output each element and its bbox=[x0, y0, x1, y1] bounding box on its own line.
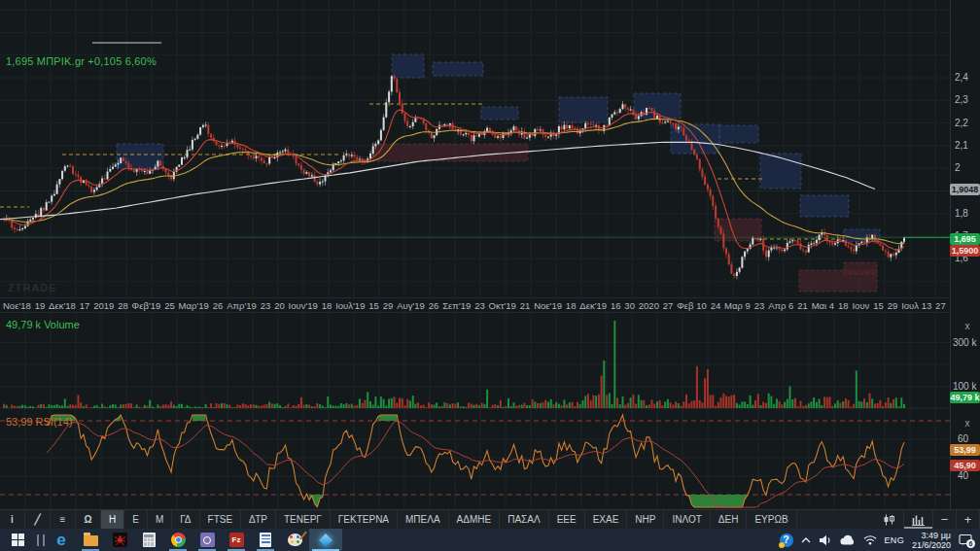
document-app-taskbar-button[interactable] bbox=[251, 529, 280, 551]
histogram-view-icon[interactable] bbox=[904, 510, 933, 529]
tab-ΙΝΛΟΤ[interactable]: ΙΝΛΟΤ bbox=[664, 510, 710, 529]
tab-ΕΧΑΕ[interactable]: ΕΧΑΕ bbox=[585, 510, 628, 529]
tab-ΕΕΕ[interactable]: ΕΕΕ bbox=[549, 510, 585, 529]
trading-app-taskbar-button[interactable] bbox=[309, 529, 342, 551]
x-axis-label: 23 bbox=[474, 300, 485, 311]
tab-ΝΗΡ[interactable]: ΝΗΡ bbox=[627, 510, 664, 529]
tab-ΔΤΡ[interactable]: ΔΤΡ bbox=[241, 510, 276, 529]
x-axis-label: Σεπ'19 bbox=[442, 300, 471, 311]
help-tray-icon[interactable]: ? bbox=[780, 534, 793, 547]
paint-taskbar-button[interactable] bbox=[280, 529, 309, 551]
volume-pane[interactable] bbox=[0, 313, 980, 413]
x-axis-label: Δεκ'18 bbox=[49, 300, 76, 311]
x-axis-label: Ιουλ 13 bbox=[901, 300, 931, 311]
x-axis-label: 26 bbox=[213, 300, 224, 311]
tab-ΓΕΚΤΕΡΝΑ[interactable]: ΓΕΚΤΕΡΝΑ bbox=[331, 510, 398, 529]
tab-ΕΥΡΩΒ[interactable]: ΕΥΡΩΒ bbox=[747, 510, 796, 529]
rsi-pane[interactable] bbox=[0, 413, 980, 509]
x-axis-label: 29 bbox=[888, 300, 898, 311]
filezilla-icon: Fz bbox=[229, 533, 244, 547]
x-axis-label: Φεβ 10 bbox=[677, 300, 707, 311]
x-axis-label: 27 bbox=[935, 300, 946, 311]
omega-icon[interactable]: Ω bbox=[76, 510, 101, 529]
trendline-icon[interactable]: ╱ bbox=[25, 510, 51, 529]
action-center-icon[interactable]: 6 bbox=[959, 534, 972, 546]
x-axis-label: 28 bbox=[118, 300, 128, 311]
tab-Η[interactable]: Η bbox=[101, 510, 124, 529]
chrome-taskbar-button[interactable] bbox=[163, 529, 192, 551]
x-axis-label: 20 bbox=[274, 300, 285, 311]
x-axis-label: 19 bbox=[35, 300, 46, 311]
x-axis-label: 15 bbox=[873, 300, 884, 311]
tab-ΜΠΕΛΑ[interactable]: ΜΠΕΛΑ bbox=[398, 510, 449, 529]
edge-taskbar-button[interactable]: e bbox=[47, 529, 76, 551]
calculator-icon bbox=[143, 533, 156, 547]
help-glyph: ? bbox=[780, 534, 793, 547]
x-axis-label: 26 bbox=[429, 300, 439, 311]
x-axis-label: 2019 bbox=[93, 300, 114, 311]
x-axis-label: 27 bbox=[663, 300, 674, 311]
trading-app-icon bbox=[319, 533, 332, 546]
info-icon[interactable]: i bbox=[0, 510, 25, 529]
x-axis-label: Μαι 4 bbox=[812, 300, 834, 311]
watchlist-glyph: ≡ bbox=[60, 514, 66, 525]
tab-ΠΑΣΑΛ[interactable]: ΠΑΣΑΛ bbox=[500, 510, 548, 529]
wifi-icon[interactable] bbox=[863, 534, 877, 545]
language-indicator[interactable]: ENG bbox=[885, 535, 904, 545]
x-axis-label: Ιουν bbox=[852, 300, 869, 311]
x-axis-label: 15 bbox=[368, 300, 379, 311]
notification-count-badge: 6 bbox=[966, 539, 975, 548]
system-tray: ? ENG 3:49 μμ21/6/2020 6 bbox=[780, 531, 980, 550]
tab-ΔΕΗ[interactable]: ΔΕΗ bbox=[711, 510, 748, 529]
trendline-glyph: ╱ bbox=[34, 514, 40, 525]
x-axis-label: Νοε'18 bbox=[3, 300, 31, 311]
rsi-close-button[interactable]: x bbox=[961, 418, 974, 430]
filezilla-taskbar-button[interactable]: Fz bbox=[222, 529, 251, 551]
x-axis-label: Νοε'19 bbox=[534, 300, 562, 311]
tab-Ε[interactable]: Ε bbox=[124, 510, 148, 529]
taskbar-divider-icon bbox=[37, 534, 45, 546]
x-axis-label: Μαρ 9 bbox=[724, 300, 751, 311]
price-axis-line bbox=[950, 0, 951, 509]
candlestick-view-icon[interactable] bbox=[875, 510, 904, 529]
taskbar: e Fz ? ENG 3:49 μμ21/6/2020 6 bbox=[0, 529, 980, 551]
x-axis-label: Μαρ'19 bbox=[179, 300, 209, 311]
bottom-toolbar: i ╱ ≡ Ω ΗΕΜΓΔFTSEΔΤΡΤΕΝΕΡΓΓΕΚΤΕΡΝΑΜΠΕΛΑΑ… bbox=[0, 509, 980, 529]
tab-Μ[interactable]: Μ bbox=[148, 510, 172, 529]
edge-icon: e bbox=[56, 533, 65, 548]
clock[interactable]: 3:49 μμ21/6/2020 bbox=[912, 531, 951, 550]
x-axis-label: Ιουλ'19 bbox=[335, 300, 365, 311]
tab-FTSE[interactable]: FTSE bbox=[200, 510, 242, 529]
zoom-out-button[interactable]: − bbox=[933, 510, 957, 529]
quote-label: 1,695 ΜΠΡΙΚ.gr +0,105 6,60% bbox=[6, 55, 157, 67]
spider-app-taskbar-button[interactable] bbox=[105, 529, 134, 551]
volume-label: 49,79 k Volume bbox=[6, 319, 80, 330]
x-axis-label: 18 bbox=[838, 300, 849, 311]
x-axis-label: Δεκ'19 bbox=[579, 300, 607, 311]
volume-close-button[interactable]: x bbox=[961, 321, 974, 332]
watchlist-icon[interactable]: ≡ bbox=[51, 510, 76, 529]
calculator-taskbar-button[interactable] bbox=[134, 529, 163, 551]
x-axis-label: Ιουν'19 bbox=[289, 300, 318, 311]
file-explorer-taskbar-button[interactable] bbox=[76, 529, 105, 551]
tab-ΤΕΝΕΡΓ[interactable]: ΤΕΝΕΡΓ bbox=[276, 510, 331, 529]
speaker-icon[interactable] bbox=[819, 534, 832, 546]
omega-glyph: Ω bbox=[84, 514, 91, 525]
folder-icon bbox=[84, 535, 98, 546]
show-hidden-icons-chevron[interactable] bbox=[801, 537, 811, 543]
zoom-in-button[interactable]: + bbox=[957, 510, 980, 529]
x-axis-label: 23 bbox=[261, 300, 271, 311]
purple-app-icon bbox=[200, 533, 215, 547]
info-glyph: i bbox=[11, 514, 14, 525]
document-icon bbox=[260, 533, 271, 547]
price-chart-pane[interactable] bbox=[0, 0, 980, 297]
start-button[interactable] bbox=[0, 529, 35, 551]
x-axis-label: Απρ 6 bbox=[768, 300, 793, 311]
tab-ΑΔΜΗΕ[interactable]: ΑΔΜΗΕ bbox=[449, 510, 501, 529]
onedrive-cloud-icon[interactable] bbox=[840, 534, 856, 545]
desktop: 1,695 ΜΠΡΙΚ.gr +0,105 6,60% ZTRADE Νοε'1… bbox=[0, 0, 980, 551]
x-axis-label: 21 bbox=[520, 300, 531, 311]
purple-app-taskbar-button[interactable] bbox=[192, 529, 222, 551]
x-axis: Νοε'1819Δεκ'1817201928Φεβ'1925Μαρ'1926Απ… bbox=[0, 297, 949, 313]
tab-ΓΔ[interactable]: ΓΔ bbox=[172, 510, 199, 529]
